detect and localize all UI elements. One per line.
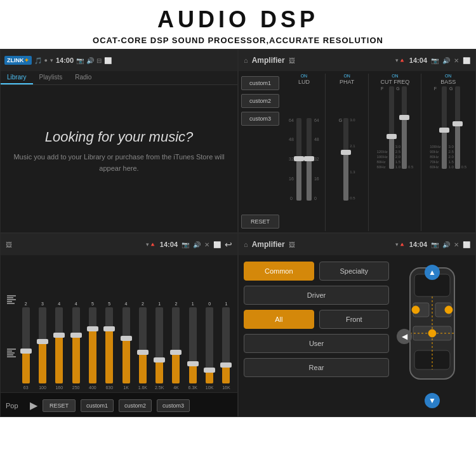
preset-custom2[interactable]: custom2 (241, 94, 279, 108)
amp-x: ✕ (454, 57, 459, 64)
band-10k-label: 10K (206, 385, 213, 390)
band-1k-slider[interactable] (122, 307, 130, 383)
profile-buttons: Common Specialty Driver All Front User R… (244, 262, 389, 411)
eq-bands-area: 2 63 3 100 (1, 255, 237, 392)
freq-sliders: 2 63 3 100 (18, 260, 234, 392)
sound-profile-screen: ⌂ Amplifier 🖼 ▾🔺 14:04 📷 🔊 ✕ ⬜ Common Sp… (238, 233, 476, 417)
eq-band-phat: ON PHAT G 3.02.11.30.5 (326, 74, 369, 231)
profile-title: Amplifier (252, 240, 285, 249)
band-16khz-slider[interactable] (222, 307, 230, 383)
band-4k: 2 4K (169, 302, 183, 390)
music-topbar-time: 14:00 (56, 56, 74, 64)
profile-vol: 🔊 (442, 241, 450, 248)
profile-time: 14:04 (409, 241, 427, 248)
tab-library[interactable]: Library (1, 71, 33, 84)
preset-reset[interactable]: RESET (241, 215, 279, 229)
band-4k-slider[interactable] (172, 307, 180, 383)
amp-vol: 🔊 (442, 57, 450, 64)
waveform-down-icon[interactable] (7, 349, 16, 357)
band-250-value: 4 (75, 302, 77, 306)
eq-band-cutfreq: ON CUT FREQ F 120Hz100Hz80Hz60Hz (369, 74, 422, 231)
band-63k-slider[interactable] (189, 307, 197, 383)
band-63k-value: 1 (192, 302, 194, 306)
btn-all[interactable]: All (244, 310, 314, 329)
custom1-button[interactable]: custom1 (81, 399, 114, 412)
nav-up-arrow[interactable]: ▲ (425, 265, 440, 280)
band-100-slider[interactable] (39, 307, 46, 383)
amp-wifi: ▾🔺 (395, 57, 406, 63)
band-25k: 1 2.5K (152, 302, 167, 390)
profile-topbar: ⌂ Amplifier 🖼 ▾🔺 14:04 📷 🔊 ✕ ⬜ (239, 234, 475, 255)
band-1k-value: 4 (125, 302, 128, 306)
band-63-slider[interactable] (22, 307, 30, 383)
reset-button[interactable]: RESET (43, 399, 76, 412)
zlink-logo: ZLINK✦ (4, 56, 32, 65)
band-63k-label: 6.3K (188, 385, 197, 390)
band-400-slider[interactable] (89, 307, 96, 383)
custom3-button[interactable]: custom3 (157, 399, 190, 412)
profile-content: Common Specialty Driver All Front User R… (239, 255, 475, 417)
btn-user[interactable]: User (244, 334, 389, 353)
band-10k-value: 0 (208, 302, 211, 306)
band-630-label: 630 (105, 385, 113, 390)
band-16k-slider[interactable] (139, 307, 147, 383)
profile-home: ⌂ (244, 241, 248, 248)
amp-cam: 📷 (431, 57, 439, 64)
lud-slider1[interactable]: 64 48 32 16 0 (289, 118, 294, 201)
nav-left-arrow[interactable]: ◀ (397, 329, 412, 344)
page-subtitle: OCAT-CORE DSP SOUND PROCESSOR,ACCURATE R… (0, 36, 476, 45)
eq-topbar: 🖼 ▾🔺 14:04 📷 🔊 ✕ ⬜ ↩ (1, 234, 237, 255)
car-svg (400, 262, 464, 389)
btn-specialty[interactable]: Specialty (319, 262, 390, 281)
band-10k-slider[interactable] (206, 307, 213, 383)
custom2-button[interactable]: custom2 (119, 399, 152, 412)
profile-pos-row: All Front (244, 310, 389, 329)
band-250-slider[interactable] (72, 307, 80, 383)
band-25k-slider[interactable] (155, 307, 163, 383)
eq-x: ✕ (204, 241, 209, 248)
band-250-label: 250 (72, 385, 80, 390)
nav-down-arrow[interactable]: ▼ (425, 393, 440, 408)
band-1k-label: 1K (123, 385, 129, 390)
music-tabs: Library Playlists Radio (1, 71, 237, 85)
wifi-icon: ● (44, 57, 48, 63)
btn-driver[interactable]: Driver (244, 286, 389, 305)
eq-back[interactable]: ↩ (225, 239, 232, 249)
eq-cam: 📷 (182, 241, 189, 248)
btn-rear[interactable]: Rear (244, 358, 389, 377)
amp-img-icon: 🖼 (289, 57, 295, 64)
eq-time: 14:04 (160, 241, 178, 248)
band-16k: 2 1.6K (135, 302, 150, 390)
home-icon: ⌂ (244, 56, 248, 64)
waveform-up-icon[interactable] (7, 295, 16, 304)
band-400-label: 400 (89, 385, 96, 390)
band-4k-value: 2 (175, 302, 178, 306)
play-button[interactable]: ▶ (30, 399, 37, 411)
amp-eq-content: custom1 custom2 custom3 RESET ON LUD 64 … (239, 71, 475, 233)
profile-type-row: Common Specialty (244, 262, 389, 281)
amp-title: Amplifier (252, 56, 285, 65)
amp-time: 14:04 (409, 56, 427, 64)
band-160-label: 160 (55, 385, 63, 390)
amp-sq: ⬜ (463, 57, 470, 64)
camera-icon: 📷 (76, 57, 84, 64)
amp-topbar: ⌂ Amplifier 🖼 ▾🔺 14:04 📷 🔊 ✕ ⬜ (239, 50, 475, 71)
band-1k: 4 1K (119, 302, 133, 390)
band-63k: 1 6.3K (185, 302, 200, 390)
band-160-slider[interactable] (55, 307, 63, 383)
band-10k: 0 10K (202, 302, 216, 390)
band-630-slider[interactable] (105, 307, 113, 383)
volume-icon: 🔊 (86, 57, 94, 64)
preset-custom3[interactable]: custom3 (241, 112, 279, 126)
genre-label: Pop (6, 402, 25, 409)
tab-playlists[interactable]: Playlists (33, 71, 69, 84)
btn-front[interactable]: Front (319, 310, 390, 329)
eq-side-controls (4, 260, 18, 392)
band-160-value: 4 (58, 302, 60, 306)
lud-on: ON (301, 74, 308, 78)
btn-common[interactable]: Common (244, 262, 314, 281)
music-empty-body: Music you add to your Library or purchas… (13, 152, 225, 174)
tab-radio[interactable]: Radio (69, 71, 98, 84)
preset-custom1[interactable]: custom1 (241, 76, 279, 90)
profile-img: 🖼 (289, 241, 295, 248)
